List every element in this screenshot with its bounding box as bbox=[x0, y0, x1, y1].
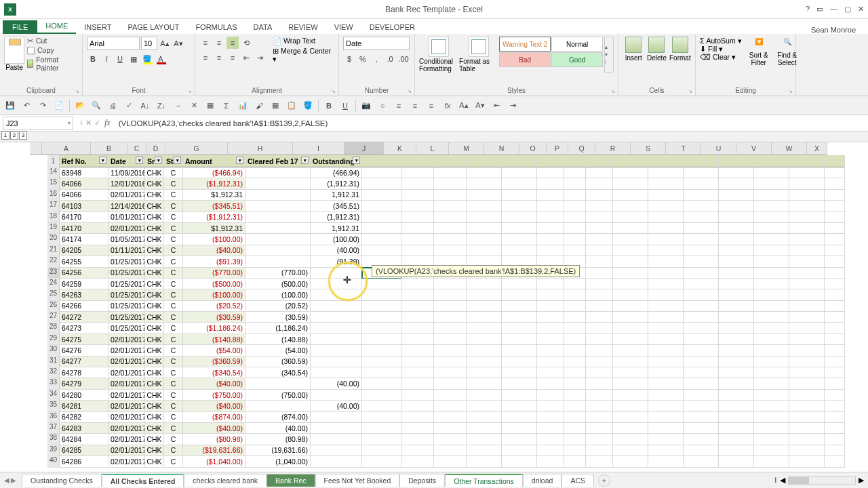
cell-D32[interactable]: C bbox=[164, 367, 183, 378]
cell-Q39[interactable] bbox=[586, 445, 613, 456]
cell-O18[interactable] bbox=[537, 212, 564, 223]
inc-font-qat[interactable]: A▴ bbox=[458, 100, 470, 112]
cell-H27[interactable]: (30.59) bbox=[245, 312, 311, 323]
cell-T36[interactable] bbox=[684, 412, 719, 423]
cell-T16[interactable] bbox=[684, 190, 719, 201]
cell-K34[interactable] bbox=[401, 390, 434, 401]
cell-N29[interactable] bbox=[502, 334, 537, 345]
cell-T19[interactable] bbox=[684, 223, 719, 234]
cell-W38[interactable] bbox=[789, 434, 825, 445]
rowhead-29[interactable]: 29 bbox=[47, 334, 60, 345]
cell-N32[interactable] bbox=[502, 367, 537, 378]
cell-G28[interactable]: ($1,186.24) bbox=[183, 323, 245, 333]
cell-W23[interactable] bbox=[789, 268, 825, 279]
cell-P30[interactable] bbox=[564, 345, 586, 356]
increase-decimal-icon[interactable]: .0 bbox=[384, 53, 396, 65]
cell-P26[interactable] bbox=[564, 301, 586, 312]
cell-N34[interactable] bbox=[502, 390, 537, 401]
cell-U17[interactable] bbox=[719, 201, 754, 211]
cell-N33[interactable] bbox=[502, 378, 537, 389]
rowhead-1[interactable]: 1 bbox=[47, 155, 60, 167]
cell-V19[interactable] bbox=[754, 223, 789, 234]
header-B[interactable]: Date▾ bbox=[108, 155, 145, 167]
cell-K17[interactable] bbox=[401, 201, 434, 211]
cell-G22[interactable]: ($91.39) bbox=[183, 256, 245, 267]
orientation-icon[interactable]: ⟲ bbox=[240, 37, 252, 49]
rowhead-30[interactable]: 30 bbox=[47, 345, 60, 356]
cell-R19[interactable] bbox=[613, 223, 648, 234]
cell-M40[interactable] bbox=[467, 456, 502, 467]
cell-V32[interactable] bbox=[754, 367, 789, 378]
decrease-decimal-icon[interactable]: .00 bbox=[397, 53, 410, 65]
cell-X29[interactable] bbox=[825, 334, 845, 345]
undo-icon[interactable]: ↶ bbox=[20, 100, 33, 112]
cell-P34[interactable] bbox=[564, 390, 586, 401]
cell-J14[interactable] bbox=[362, 167, 401, 178]
cell-Q14[interactable] bbox=[586, 167, 613, 178]
header-A[interactable]: Ref No.▾ bbox=[60, 155, 108, 167]
cell-S35[interactable] bbox=[648, 401, 684, 411]
cell-V31[interactable] bbox=[754, 357, 789, 367]
cell-A21[interactable]: 64205 bbox=[60, 245, 108, 256]
cell-K38[interactable] bbox=[401, 434, 434, 445]
rowhead-20[interactable]: 20 bbox=[47, 234, 60, 245]
colhead-L[interactable]: L bbox=[416, 142, 449, 155]
cell-T14[interactable] bbox=[684, 167, 719, 178]
cell-X15[interactable] bbox=[825, 178, 845, 189]
header-U[interactable] bbox=[719, 155, 754, 167]
cell-I38[interactable] bbox=[311, 434, 362, 445]
cell-C25[interactable]: CHK bbox=[145, 289, 164, 300]
cell-T32[interactable] bbox=[684, 367, 719, 378]
header-J[interactable] bbox=[362, 155, 401, 167]
cell-D29[interactable]: C bbox=[164, 334, 183, 345]
cell-J31[interactable] bbox=[362, 357, 401, 367]
rowhead-37[interactable]: 37 bbox=[47, 423, 60, 434]
tab-other[interactable]: Other Transactions bbox=[445, 474, 523, 487]
cell-I21[interactable]: (40.00) bbox=[311, 245, 362, 256]
cell-N25[interactable] bbox=[502, 289, 537, 300]
cell-L36[interactable] bbox=[434, 412, 467, 423]
name-box[interactable]: J23 bbox=[3, 117, 73, 130]
cell-Q31[interactable] bbox=[586, 357, 613, 367]
find-select-button[interactable]: 🔍Find & Select bbox=[774, 38, 800, 66]
cell-L16[interactable] bbox=[434, 190, 467, 201]
rowhead-23[interactable]: 23 bbox=[47, 268, 60, 279]
wrap-text-button[interactable]: 📄 Wrap Text bbox=[273, 37, 334, 45]
cell-N21[interactable] bbox=[502, 245, 537, 256]
cell-R23[interactable] bbox=[613, 268, 648, 279]
cell-P31[interactable] bbox=[564, 357, 586, 367]
cell-O15[interactable] bbox=[537, 178, 564, 189]
cell-G17[interactable]: ($345.51) bbox=[183, 201, 245, 211]
cell-R39[interactable] bbox=[613, 445, 648, 456]
cell-W31[interactable] bbox=[789, 357, 825, 367]
cell-B32[interactable]: 02/01/2017 bbox=[108, 367, 145, 378]
cell-S29[interactable] bbox=[648, 334, 684, 345]
cell-T34[interactable] bbox=[684, 390, 719, 401]
cell-C40[interactable]: CHK bbox=[145, 456, 164, 467]
cell-P18[interactable] bbox=[564, 212, 586, 223]
cell-U19[interactable] bbox=[719, 223, 754, 234]
cell-U28[interactable] bbox=[719, 323, 754, 333]
cell-B26[interactable]: 01/25/2017 bbox=[108, 301, 145, 312]
cell-R33[interactable] bbox=[613, 378, 648, 389]
cell-K21[interactable] bbox=[401, 245, 434, 256]
cell-D14[interactable]: C bbox=[164, 167, 183, 178]
cell-I23[interactable] bbox=[311, 268, 362, 279]
cell-N20[interactable] bbox=[502, 234, 537, 245]
header-G[interactable]: Amount▾ bbox=[183, 155, 245, 167]
cell-Q26[interactable] bbox=[586, 301, 613, 312]
cell-K24[interactable] bbox=[401, 279, 434, 289]
home-tab[interactable]: HOME bbox=[37, 19, 76, 34]
cell-C24[interactable]: CHK bbox=[145, 279, 164, 289]
cell-J20[interactable] bbox=[362, 234, 401, 245]
cell-C28[interactable]: CHK bbox=[145, 323, 164, 333]
font-size-combo[interactable]: 10 bbox=[141, 37, 157, 50]
rowhead-40[interactable]: 40 bbox=[47, 456, 60, 467]
ind-dec-qat[interactable]: ⇤ bbox=[490, 100, 502, 112]
paste-button[interactable]: Paste bbox=[4, 64, 24, 71]
cell-R25[interactable] bbox=[613, 289, 648, 300]
header-V[interactable] bbox=[754, 155, 789, 167]
spell-icon[interactable]: ✓ bbox=[123, 100, 135, 112]
rowhead-31[interactable]: 31 bbox=[47, 357, 60, 367]
cell-J32[interactable] bbox=[362, 367, 401, 378]
